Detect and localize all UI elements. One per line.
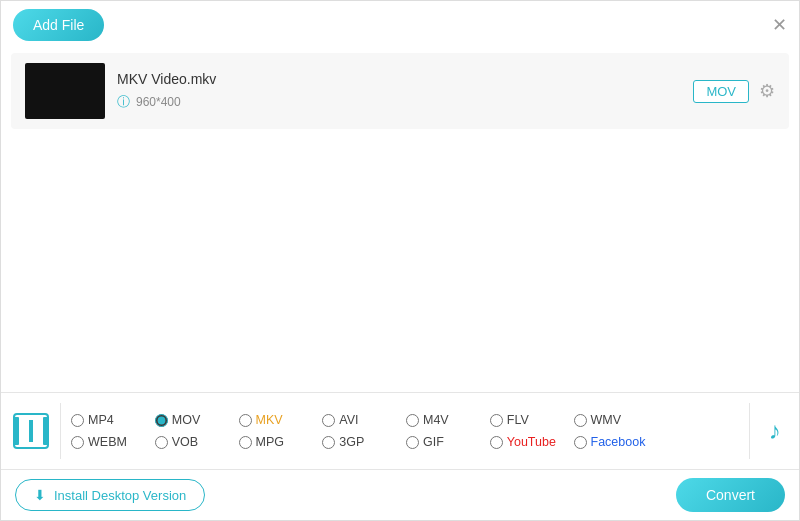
format-label-flv: FLV	[507, 413, 529, 427]
format-option-mov[interactable]: MOV	[155, 413, 237, 427]
file-list: MKV Video.mkv ⓘ 960*400 MOV ⚙	[11, 53, 789, 129]
file-meta: ⓘ 960*400	[117, 93, 681, 111]
format-option-m4v[interactable]: M4V	[406, 413, 488, 427]
file-actions: MOV ⚙	[693, 80, 775, 103]
format-radio-mkv[interactable]	[239, 414, 252, 427]
format-option-mpg[interactable]: MPG	[239, 435, 321, 449]
format-radio-webm[interactable]	[71, 436, 84, 449]
format-radio-flv[interactable]	[490, 414, 503, 427]
convert-button[interactable]: Convert	[676, 478, 785, 512]
close-button[interactable]: ✕	[772, 16, 787, 34]
file-thumbnail	[25, 63, 105, 119]
info-icon: ⓘ	[117, 93, 130, 111]
format-options: MP4 MOV MKV AVI M4V FLV WMV WEBM	[61, 413, 749, 449]
format-radio-mov[interactable]	[155, 414, 168, 427]
format-radio-3gp[interactable]	[322, 436, 335, 449]
music-note-icon: ♪	[769, 417, 781, 445]
format-label-wmv: WMV	[591, 413, 622, 427]
file-name: MKV Video.mkv	[117, 71, 681, 87]
format-radio-vob[interactable]	[155, 436, 168, 449]
file-resolution: 960*400	[136, 95, 181, 109]
format-radio-mp4[interactable]	[71, 414, 84, 427]
format-label-m4v: M4V	[423, 413, 449, 427]
format-radio-facebook[interactable]	[574, 436, 587, 449]
content-area	[1, 133, 799, 343]
film-inner	[29, 420, 33, 442]
format-bar: MP4 MOV MKV AVI M4V FLV WMV WEBM	[1, 392, 799, 470]
settings-button[interactable]: ⚙	[759, 80, 775, 102]
top-bar: Add File ✕	[1, 1, 799, 49]
format-label-mov: MOV	[172, 413, 200, 427]
format-label-webm: WEBM	[88, 435, 127, 449]
format-label-facebook: Facebook	[591, 435, 646, 449]
format-option-gif[interactable]: GIF	[406, 435, 488, 449]
format-option-youtube[interactable]: YouTube	[490, 435, 572, 449]
format-label-gif: GIF	[423, 435, 444, 449]
format-label-avi: AVI	[339, 413, 358, 427]
footer: ⬇ Install Desktop Version Convert	[1, 470, 799, 520]
format-option-avi[interactable]: AVI	[322, 413, 404, 427]
download-icon: ⬇	[34, 487, 46, 503]
format-badge-button[interactable]: MOV	[693, 80, 749, 103]
install-desktop-button[interactable]: ⬇ Install Desktop Version	[15, 479, 205, 511]
install-label: Install Desktop Version	[54, 488, 186, 503]
film-icon	[13, 413, 49, 449]
file-info: MKV Video.mkv ⓘ 960*400	[117, 71, 681, 111]
music-format-icon-button[interactable]: ♪	[749, 403, 799, 459]
format-label-mpg: MPG	[256, 435, 284, 449]
format-radio-m4v[interactable]	[406, 414, 419, 427]
format-radio-youtube[interactable]	[490, 436, 503, 449]
format-label-youtube: YouTube	[507, 435, 556, 449]
format-label-mp4: MP4	[88, 413, 114, 427]
add-file-button[interactable]: Add File	[13, 9, 104, 41]
format-option-wmv[interactable]: WMV	[574, 413, 740, 427]
format-label-3gp: 3GP	[339, 435, 364, 449]
format-option-flv[interactable]: FLV	[490, 413, 572, 427]
format-radio-gif[interactable]	[406, 436, 419, 449]
format-option-3gp[interactable]: 3GP	[322, 435, 404, 449]
format-radio-mpg[interactable]	[239, 436, 252, 449]
format-option-mp4[interactable]: MP4	[71, 413, 153, 427]
format-label-vob: VOB	[172, 435, 198, 449]
video-format-icon-button[interactable]	[1, 403, 61, 459]
format-radio-wmv[interactable]	[574, 414, 587, 427]
format-radio-avi[interactable]	[322, 414, 335, 427]
format-option-webm[interactable]: WEBM	[71, 435, 153, 449]
format-option-facebook[interactable]: Facebook	[574, 435, 740, 449]
format-option-mkv[interactable]: MKV	[239, 413, 321, 427]
format-label-mkv: MKV	[256, 413, 283, 427]
format-option-vob[interactable]: VOB	[155, 435, 237, 449]
